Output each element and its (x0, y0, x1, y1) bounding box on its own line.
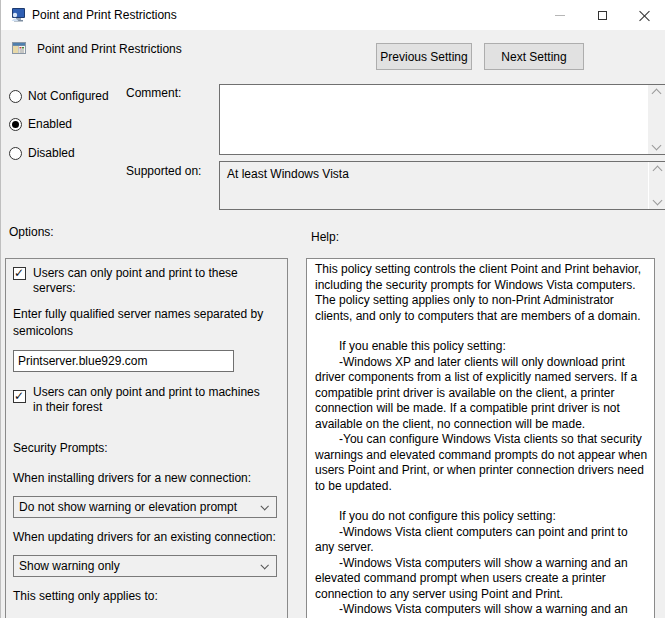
title-bar: Point and Print Restrictions (1, 0, 665, 30)
radio-not-configured[interactable]: Not Configured (9, 89, 109, 103)
checkbox-checked-icon (13, 267, 26, 280)
checkbox-label: Users can only point and print to these … (33, 266, 279, 296)
close-icon (639, 10, 650, 21)
window-controls (539, 0, 665, 30)
scroll-down-icon (653, 196, 663, 206)
spacer (13, 415, 279, 441)
server-names-input[interactable] (13, 350, 234, 372)
checkbox-label: Users can only point and print to machin… (33, 385, 263, 415)
setting-header: Point and Print Restrictions Previous Se… (1, 30, 665, 78)
radio-label: Disabled (28, 146, 75, 160)
minimize-icon (555, 15, 565, 16)
server-names-hint: Enter fully qualified server names separ… (13, 306, 285, 340)
security-prompts-heading: Security Prompts: (13, 441, 279, 455)
radio-disabled[interactable]: Disabled (9, 146, 75, 160)
supported-on-scrollbar[interactable] (648, 162, 665, 209)
installing-drivers-label: When installing drivers for a new connec… (13, 471, 279, 485)
help-paragraph: If you enable this policy setting: (315, 339, 648, 355)
policy-setting-icon (11, 40, 27, 56)
help-paragraph: This policy setting controls the client … (315, 262, 648, 324)
updating-drivers-dropdown[interactable]: Show warning only (13, 555, 277, 577)
group-policy-app-icon (10, 7, 26, 23)
help-paragraph: -Windows Vista computers will show a war… (315, 556, 648, 603)
help-paragraph: -Windows XP and later clients will only … (315, 355, 648, 433)
help-paragraph: -Windows Vista client computers can poin… (315, 525, 648, 556)
setting-name: Point and Print Restrictions (37, 42, 182, 56)
help-paragraph: If you do not configure this policy sett… (315, 509, 648, 525)
checkbox-point-print-servers[interactable]: Users can only point and print to these … (13, 266, 279, 296)
checkbox-forest[interactable]: Users can only point and print to machin… (13, 385, 279, 415)
options-panel: Users can only point and print to these … (5, 258, 288, 618)
radio-label: Enabled (28, 117, 72, 131)
help-label: Help: (311, 230, 339, 244)
previous-setting-button[interactable]: Previous Setting (376, 43, 472, 70)
supported-on-label: Supported on: (126, 164, 201, 178)
options-label: Options: (9, 225, 54, 239)
minimize-button[interactable] (539, 0, 581, 30)
applies-to-label: This setting only applies to: (13, 589, 279, 603)
radio-icon-unselected (9, 90, 22, 103)
supported-on-value: At least Windows Vista (227, 167, 349, 181)
radio-icon-unselected (9, 147, 22, 160)
scroll-up-icon (652, 89, 662, 99)
radio-label: Not Configured (28, 89, 109, 103)
comment-textarea[interactable] (219, 84, 665, 155)
scroll-down-icon (652, 141, 662, 151)
chevron-down-icon (260, 502, 268, 510)
help-paragraph: -Windows Vista computers will show a war… (315, 602, 648, 618)
supported-on-field: At least Windows Vista (219, 161, 665, 210)
dropdown-value: Show warning only (19, 559, 120, 573)
dropdown-value: Do not show warning or elevation prompt (19, 500, 237, 514)
maximize-button[interactable] (581, 0, 623, 30)
chevron-down-icon (260, 561, 268, 569)
comment-scrollbar[interactable] (648, 85, 665, 154)
radio-enabled[interactable]: Enabled (9, 117, 72, 131)
checkbox-checked-icon (13, 390, 26, 403)
updating-drivers-label: When updating drivers for an existing co… (13, 530, 279, 544)
comment-label: Comment: (126, 86, 181, 100)
maximize-icon (598, 11, 607, 20)
policy-setting-dialog: Point and Print Restrictions Point and P… (0, 0, 665, 618)
scroll-up-icon (653, 166, 663, 176)
help-panel[interactable]: This policy setting controls the client … (306, 258, 655, 618)
radio-icon-selected (9, 118, 22, 131)
help-paragraph: -You can configure Windows Vista clients… (315, 432, 648, 494)
next-setting-button[interactable]: Next Setting (484, 43, 584, 70)
close-button[interactable] (623, 0, 665, 30)
window-title: Point and Print Restrictions (32, 8, 177, 22)
installing-drivers-dropdown[interactable]: Do not show warning or elevation prompt (13, 496, 277, 518)
